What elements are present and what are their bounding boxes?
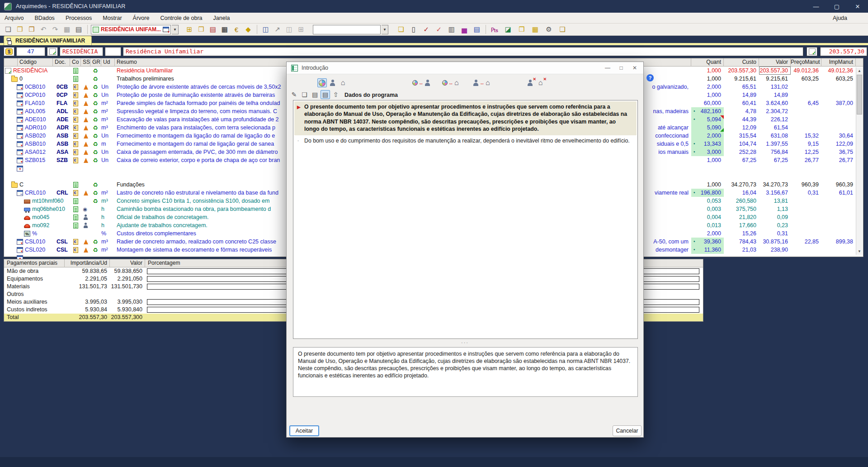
col-ud[interactable]: Ud (101, 58, 115, 67)
dialog-maximize-button[interactable]: □ (614, 62, 628, 74)
histogram-icon[interactable]: ▅ (459, 24, 470, 34)
job-number-field[interactable]: 47 (16, 47, 45, 56)
intro-paragraph-2[interactable]: ◦ Do bom uso e do cumprimento dos requis… (294, 137, 637, 145)
clear-building-data-icon[interactable]: ⌂ (536, 78, 545, 87)
paragraph-preview-box[interactable]: O presente documento tem por objetivo ap… (293, 347, 638, 397)
dialog-close-button[interactable]: ✕ (628, 62, 642, 74)
job-total-icon-button[interactable] (807, 47, 817, 56)
col-quant[interactable]: Quant (691, 58, 724, 67)
copy-program-to-job-icon[interactable]: ↔ (412, 78, 430, 88)
copy-job-to-building-icon[interactable]: ↔⌂ (473, 78, 490, 88)
tree-window-icon[interactable]: ◫ (260, 24, 271, 34)
job-name-field[interactable]: Residência Unifamiliar (123, 47, 803, 56)
currency-icon[interactable]: € (231, 24, 242, 34)
scroll-down-arrow[interactable]: ▼ (856, 248, 863, 255)
zoom-combo-dropdown[interactable]: ▼ (382, 25, 388, 34)
clear-job-data-icon[interactable] (525, 78, 535, 87)
check-list-icon[interactable]: ✓ (421, 24, 432, 34)
row-icon (17, 117, 23, 123)
building-data-icon[interactable]: ⌂ (338, 78, 348, 87)
doc-seal-icon[interactable]: ❏ (557, 24, 568, 34)
menu-arquivo[interactable]: Arquivo (5, 15, 24, 21)
minimize-button[interactable]: — (806, 0, 826, 13)
col-doc[interactable]: Doc. (53, 58, 70, 67)
import-database-icon[interactable]: ❒ (26, 24, 37, 34)
settings-seal-icon[interactable]: ⚙ (543, 24, 554, 34)
col-icon[interactable] (4, 58, 18, 67)
copy-text-icon[interactable]: ❏ (300, 90, 309, 99)
col-valor[interactable]: Valor (110, 259, 145, 267)
scrollbar-thumb[interactable] (857, 75, 862, 114)
book-icon[interactable]: ▤ (472, 24, 482, 34)
col-valor[interactable]: Valor (759, 58, 791, 67)
job-variant-field[interactable] (105, 47, 121, 56)
add-job-icon[interactable]: ⊞ (184, 24, 195, 34)
cell-codigo: FLA010 (25, 99, 45, 107)
menu-arvore[interactable]: Árvore (133, 15, 150, 21)
col-ss[interactable]: SS (81, 58, 90, 67)
col-co[interactable]: Co (70, 58, 81, 67)
check-export-icon[interactable]: ✓ (434, 24, 444, 34)
planning-icon[interactable]: ▦ (219, 24, 230, 34)
phone-icon[interactable]: ▯ (408, 24, 419, 34)
print-icon[interactable]: ▤ (73, 24, 84, 34)
maximize-button[interactable]: ▢ (826, 0, 847, 13)
job-doc-icon-button[interactable] (47, 47, 58, 56)
cost-center-icon[interactable]: ▥ (446, 24, 457, 34)
budget-icon-button[interactable]: $ (4, 47, 14, 56)
redo-icon[interactable]: ↷ (50, 24, 61, 34)
dialog-minimize-button[interactable]: — (601, 62, 614, 74)
cascade-windows-icon[interactable]: ◫ (284, 24, 295, 34)
zoom-combo[interactable] (313, 25, 381, 34)
certificate-icon[interactable]: ❏ (396, 24, 406, 34)
vertical-scrollbar[interactable]: ▲ ▼ (856, 67, 863, 255)
menu-janela[interactable]: Janela (213, 15, 230, 21)
gain-chart-icon[interactable]: ◪ (503, 24, 514, 34)
cancelar-button[interactable]: Cancelar (613, 425, 642, 436)
report-icon[interactable]: ▤ (208, 24, 218, 34)
new-document-icon[interactable]: ❏ (3, 24, 14, 34)
open-folder-icon[interactable]: ❒ (14, 24, 25, 34)
help-button[interactable]: ? (646, 74, 654, 81)
spreadsheet-icon[interactable]: ▦ (530, 24, 541, 34)
export-text-icon[interactable]: ⇧ (331, 90, 340, 99)
job-selector-combo[interactable]: RESIDÊNCIA UNIFAM... (91, 25, 171, 34)
menu-ajuda[interactable]: Ajuda (833, 15, 847, 21)
job-selector-dropdown[interactable]: ▼ (172, 25, 179, 34)
cell-precomanut (791, 197, 821, 205)
col-pagamentos-parciais[interactable]: Pagamentos parciais (4, 259, 65, 267)
scroll-up-arrow[interactable]: ▲ (856, 67, 863, 74)
close-button[interactable]: ✕ (847, 0, 868, 13)
col-custo[interactable]: Custo (724, 58, 759, 67)
menu-bdados[interactable]: BDados (34, 15, 54, 21)
menu-processos[interactable]: Processos (66, 15, 92, 21)
program-data-icon[interactable] (317, 78, 327, 87)
menu-controle-de-obra[interactable]: Controle de obra (160, 15, 202, 21)
undo-icon[interactable]: ↶ (38, 24, 49, 34)
job-data-icon[interactable] (328, 78, 337, 87)
resources-icon[interactable]: ◆ (243, 24, 254, 34)
col-precomanut[interactable]: PreçoManut (791, 58, 821, 67)
job-folder-icon[interactable]: ❒ (196, 24, 207, 34)
col-gr[interactable]: GR (90, 58, 101, 67)
chart-window-icon[interactable]: ↗ (272, 24, 283, 34)
print-text-icon[interactable]: ▤ (310, 90, 320, 99)
edit-note-icon[interactable]: ✎ (289, 90, 299, 99)
tile-windows-icon[interactable]: ⊞ (296, 24, 307, 34)
price-list-icon[interactable]: ₧ (489, 24, 500, 34)
col-importancia-ud[interactable]: Importância/Ud (65, 259, 110, 267)
aceitar-button[interactable]: Aceitar (289, 425, 319, 436)
col-codigo[interactable]: Código (18, 58, 53, 67)
folder-seal-icon[interactable]: ❒ (516, 24, 527, 34)
dialog-text-area[interactable]: ▶ O presente documento tem por objetivo … (293, 100, 638, 339)
menu-mostrar[interactable]: Mostrar (103, 15, 122, 21)
tab-residencia-unifamiliar[interactable]: RESIDÊNCIA UNIFAMILIAR (4, 36, 92, 45)
copy-program-to-building-icon[interactable]: ↔⌂ (442, 78, 459, 88)
splitter-handle[interactable]: ··· (287, 340, 643, 345)
intro-paragraph-selected[interactable]: ▶ O presente documento tem por objetivo … (294, 101, 637, 135)
job-total-field[interactable]: 203.557,30 (820, 47, 867, 56)
save-icon[interactable]: ▦ (61, 24, 72, 34)
selected-text-icon[interactable]: ▤ (321, 90, 330, 99)
job-code-field[interactable]: RESIDÊNCIA (60, 47, 103, 56)
col-impmanut[interactable]: ImpManut (821, 58, 856, 67)
